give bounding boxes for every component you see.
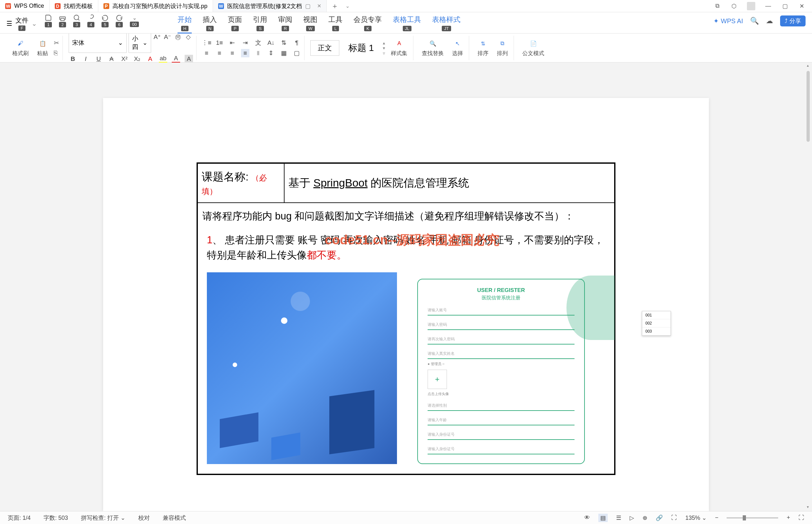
- document-page[interactable]: 课题名称: （必填） 基于 SpringBoot 的医院信息管理系统 请将程序功…: [103, 98, 709, 511]
- dec-indent-icon[interactable]: ⇤: [228, 39, 236, 47]
- clear-format-icon[interactable]: ◇: [184, 33, 192, 41]
- menu-reference[interactable]: 引用S: [253, 15, 267, 33]
- vertical-scrollbar[interactable]: ▴ ▾: [805, 63, 811, 510]
- view-page-icon[interactable]: ▤: [598, 514, 608, 522]
- view-outline-icon[interactable]: ☰: [616, 514, 621, 521]
- qat-link[interactable]: 4: [87, 14, 95, 28]
- underline-icon[interactable]: U: [95, 55, 103, 63]
- scroll-thumb[interactable]: [807, 71, 810, 142]
- highlight-icon[interactable]: ab: [159, 55, 167, 63]
- scroll-up-icon[interactable]: ▴: [805, 63, 811, 69]
- vert-icon[interactable]: ⇅: [280, 39, 288, 47]
- menu-member[interactable]: 会员专享K: [353, 15, 382, 33]
- qat-more[interactable]: ⌄00: [130, 15, 139, 27]
- sort-icon[interactable]: A↓: [267, 39, 275, 47]
- text-dir-icon[interactable]: 文: [254, 39, 262, 47]
- bullets-icon[interactable]: ⋮≡: [202, 39, 211, 47]
- view-read-icon[interactable]: ▷: [630, 514, 634, 521]
- align-center-icon[interactable]: ≡: [215, 49, 223, 58]
- eye-icon[interactable]: 👁: [584, 514, 590, 521]
- cut-icon[interactable]: ✂: [54, 39, 59, 47]
- maximize-icon[interactable]: ▢: [781, 2, 789, 10]
- view-web-icon[interactable]: ⊕: [643, 514, 647, 521]
- style-heading1[interactable]: 标题 1: [343, 40, 380, 56]
- style-body[interactable]: 正文: [310, 40, 339, 56]
- subscript-icon[interactable]: X₂: [133, 55, 142, 63]
- menu-tools[interactable]: 工具L: [328, 15, 343, 33]
- phonetic-icon[interactable]: ㉄: [174, 33, 182, 41]
- wps-ai-button[interactable]: ✦WPS AI: [713, 17, 743, 25]
- shrink-font-icon[interactable]: A⁻: [163, 33, 172, 41]
- proof-status[interactable]: 校对: [138, 514, 150, 522]
- cloud-icon[interactable]: ☁: [766, 17, 773, 25]
- app-tab[interactable]: W WPS Office: [0, 0, 50, 12]
- char-shading-icon[interactable]: A: [185, 55, 193, 63]
- tab-close-icon[interactable]: ✕: [317, 3, 321, 9]
- zoom-slider[interactable]: [727, 517, 778, 519]
- text-effect-icon[interactable]: A: [146, 55, 154, 63]
- inc-indent-icon[interactable]: ⇥: [241, 39, 249, 47]
- word-count[interactable]: 字数: 503: [44, 514, 68, 522]
- superscript-icon[interactable]: X²: [120, 55, 129, 63]
- view-link-icon[interactable]: 🔗: [656, 514, 663, 521]
- shading-icon[interactable]: ▦: [280, 49, 288, 58]
- menu-home[interactable]: 开始H: [178, 15, 192, 33]
- instruction-cell[interactable]: 请将程序功能内 bug 和问题截图加文字详细描述（避免程序组理解错误修改不当）：…: [197, 203, 615, 474]
- borders-icon[interactable]: ▢: [293, 49, 301, 58]
- grow-font-icon[interactable]: A⁺: [153, 33, 162, 41]
- font-size-select[interactable]: 小四⌄: [129, 33, 151, 53]
- qat-save[interactable]: 1: [45, 14, 52, 28]
- zoom-out-icon[interactable]: −: [715, 514, 718, 521]
- share-button[interactable]: ⤴分享: [780, 15, 806, 27]
- zoom-in-icon[interactable]: +: [786, 514, 790, 521]
- arrange-button[interactable]: ⧉排列: [494, 37, 510, 58]
- compat-mode[interactable]: 兼容模式: [163, 514, 186, 522]
- menu-insert[interactable]: 插入N: [203, 15, 217, 33]
- title-label-cell[interactable]: 课题名称: （必填）: [197, 163, 284, 203]
- line-spacing-icon[interactable]: ⇕: [267, 49, 275, 58]
- bold-icon[interactable]: B: [69, 55, 77, 63]
- file-menu[interactable]: ☰ 文件 F ⌄: [6, 12, 37, 31]
- qat-print[interactable]: 2: [59, 14, 66, 28]
- italic-icon[interactable]: I: [82, 55, 90, 63]
- gov-mode-button[interactable]: 📄公文模式: [520, 37, 547, 58]
- fit-icon[interactable]: ⛶: [671, 514, 677, 521]
- close-icon[interactable]: ✕: [798, 2, 806, 10]
- page-indicator[interactable]: 页面: 1/4: [8, 514, 31, 522]
- tab-doc-active[interactable]: W 医院信息管理系统(修复2文档 ▢ ✕: [213, 0, 327, 12]
- sort-button[interactable]: ⇅排序: [475, 37, 491, 58]
- tab-menu-dropdown[interactable]: ⌄: [343, 0, 352, 12]
- title-value-cell[interactable]: 基于 SpringBoot 的医院信息管理系统: [284, 163, 615, 203]
- style-set-button[interactable]: A样式集: [388, 37, 410, 58]
- numbering-icon[interactable]: 1≡: [215, 39, 223, 47]
- user-avatar[interactable]: [747, 2, 755, 10]
- qat-redo[interactable]: 6: [116, 14, 123, 28]
- tab-ppt[interactable]: P 高校自习室预约系统的设计与实现.pp: [98, 0, 213, 12]
- multiwin-icon[interactable]: ⧉: [713, 2, 721, 10]
- menu-table-style[interactable]: 表格样式JT: [432, 15, 461, 33]
- show-marks-icon[interactable]: ¶: [293, 39, 301, 47]
- justify-icon[interactable]: ≡: [241, 49, 249, 58]
- menu-page[interactable]: 页面P: [228, 15, 242, 33]
- tab-templates[interactable]: D 找稻壳模板: [50, 0, 98, 12]
- align-left-icon[interactable]: ≡: [202, 49, 211, 58]
- qat-undo[interactable]: 5: [101, 14, 109, 28]
- align-right-icon[interactable]: ≡: [228, 49, 236, 58]
- minimize-icon[interactable]: —: [764, 2, 772, 10]
- zoom-value[interactable]: 135% ⌄: [685, 514, 707, 521]
- tab-window-icon[interactable]: ▢: [305, 3, 311, 10]
- menu-view[interactable]: 视图W: [303, 15, 317, 33]
- fullscreen-icon[interactable]: ⛶: [798, 514, 804, 521]
- qat-preview[interactable]: 3: [73, 14, 80, 28]
- spellcheck-status[interactable]: 拼写检查: 打开 ⌄: [81, 514, 125, 522]
- cube-icon[interactable]: ⬡: [730, 2, 738, 10]
- select-button[interactable]: ↖选择: [449, 37, 466, 58]
- format-painter-button[interactable]: 🖌格式刷: [10, 37, 31, 58]
- new-tab-button[interactable]: ＋: [327, 0, 343, 12]
- font-name-select[interactable]: 宋体⌄: [69, 33, 127, 53]
- menu-review[interactable]: 审阅R: [278, 15, 292, 33]
- find-replace-button[interactable]: 🔍查找替换: [419, 37, 446, 58]
- menu-table-tools[interactable]: 表格工具JL: [393, 15, 421, 33]
- style-scroll[interactable]: ▴▾▿: [383, 40, 385, 56]
- distribute-icon[interactable]: ⫴: [254, 49, 262, 58]
